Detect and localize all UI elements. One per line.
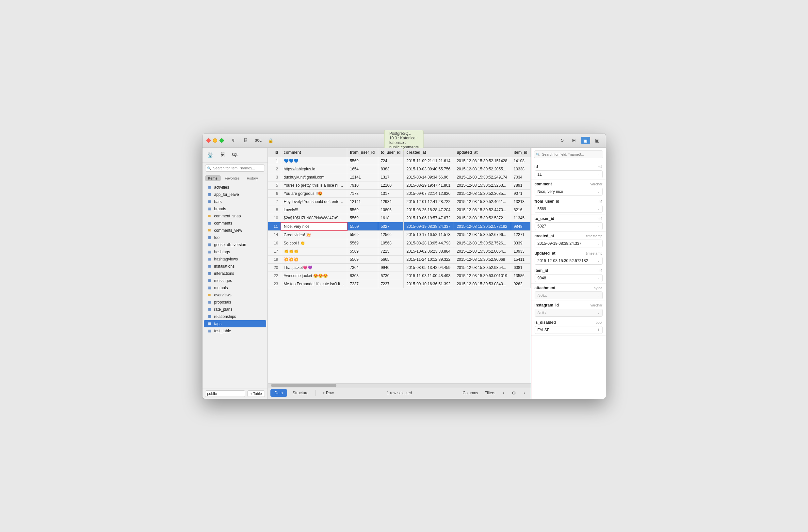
settings-button[interactable]: ⚙ — [510, 389, 518, 397]
sidebar-item-interactions[interactable]: ▦interactions — [204, 270, 266, 277]
cell-updated_at[interactable]: 2015-12-08 15:30:52.7526... — [454, 239, 511, 247]
cell-comment[interactable]: That jacket💗💜 — [281, 263, 347, 271]
sql-file-icon[interactable]: SQL — [231, 150, 240, 159]
sidebar-item-messages[interactable]: ▦messages — [204, 277, 266, 284]
cell-item_id[interactable]: 9848 — [511, 222, 530, 231]
cell-item_id[interactable]: 10933 — [511, 247, 530, 255]
cell-to_user_id[interactable]: 12566 — [378, 231, 404, 239]
cell-updated_at[interactable]: 2015-12-08 15:30:52.572182 — [454, 222, 511, 231]
cell-item_id[interactable]: 9071 — [511, 189, 530, 197]
field-value-wrap-is_disabled[interactable]: FALSE⬍ — [535, 326, 603, 334]
cell-from_user_id[interactable]: 7910 — [347, 181, 378, 189]
schema-select[interactable]: public — [205, 391, 245, 397]
grid-icon[interactable]: ⊞ — [569, 137, 579, 144]
sidebar-item-relationships[interactable]: ▦relationships — [204, 313, 266, 320]
cell-created_at[interactable]: 2015-08-29 19:47:41.801 — [404, 181, 454, 189]
field-value-wrap-item_id[interactable]: 9848⌄ — [535, 274, 603, 282]
cell-to_user_id[interactable]: 10568 — [378, 239, 404, 247]
cell-from_user_id[interactable]: 5569 — [347, 222, 378, 231]
cell-created_at[interactable]: 2015-08-14 09:34:56.96 — [404, 173, 454, 181]
cell-item_id[interactable]: 13586 — [511, 271, 530, 280]
table-row[interactable]: 10$2a$10$HZLN88PNuWWi47uS91lb8dR98ijt0kb… — [268, 214, 530, 222]
field-chevron-item_id[interactable]: ⌄ — [597, 276, 600, 280]
cell-to_user_id[interactable]: 1618 — [378, 214, 404, 222]
cell-id[interactable]: 22 — [268, 271, 281, 280]
cell-to_user_id[interactable]: 12100 — [378, 181, 404, 189]
cell-created_at[interactable]: 2015-11-03 11:00:48.493 — [404, 271, 454, 280]
table-row[interactable]: 5You're so pretty, this is a nice ni gor… — [268, 181, 530, 189]
cell-updated_at[interactable]: 2015-12-08 15:30:52.249174 — [454, 173, 511, 181]
cell-to_user_id[interactable]: 7225 — [378, 247, 404, 255]
cell-updated_at[interactable]: 2015-12-08 15:30:52.4470... — [454, 206, 511, 214]
table-row[interactable]: 2https://tableplus.io165483832015-10-03 … — [268, 165, 530, 173]
cell-comment[interactable]: Me too Fernanda! It's cute isn't it 😊😊 x — [281, 280, 347, 288]
close-button[interactable] — [206, 138, 210, 142]
cell-created_at[interactable]: 2015-08-05 13:42:04.459 — [404, 263, 454, 271]
cell-to_user_id[interactable]: 12934 — [378, 197, 404, 206]
refresh-icon[interactable]: ↻ — [557, 137, 567, 144]
cell-updated_at[interactable]: 2015-12-08 15:30:52.2055... — [454, 165, 511, 173]
cell-updated_at[interactable]: 2015-12-08 15:30:52.8064... — [454, 247, 511, 255]
cell-item_id[interactable]: 9262 — [511, 280, 530, 288]
cell-created_at[interactable]: 2015-10-02 06:23:38.884 — [404, 247, 454, 255]
cell-from_user_id[interactable]: 5569 — [347, 255, 378, 263]
cell-updated_at[interactable]: 2015-12-08 15:30:52.3263... — [454, 181, 511, 189]
cell-id[interactable]: 14 — [268, 231, 281, 239]
sidebar-item-goose_db_version[interactable]: ▦goose_db_version — [204, 241, 266, 248]
sidebar-item-rate_plans[interactable]: ▦rate_plans — [204, 306, 266, 313]
cell-to_user_id[interactable]: 5730 — [378, 271, 404, 280]
cell-id[interactable]: 10 — [268, 214, 281, 222]
cell-updated_at[interactable]: 2015-12-08 15:30:53.001019 — [454, 271, 511, 280]
cell-item_id[interactable]: 13213 — [511, 197, 530, 206]
table-row[interactable]: 14Great video! 💥5569125662015-10-17 16:5… — [268, 231, 530, 239]
cell-comment[interactable]: Great video! 💥 — [281, 231, 347, 239]
cell-comment[interactable]: https://tableplus.io — [281, 165, 347, 173]
minimize-button[interactable] — [213, 138, 217, 142]
cell-id[interactable]: 7 — [268, 197, 281, 206]
sidebar-item-app_for_leave[interactable]: ▦app_for_leave — [204, 191, 266, 198]
field-chevron-attachment[interactable]: ⌄ — [597, 293, 600, 297]
cell-created_at[interactable]: 2015-09-10 16:36:51.392 — [404, 280, 454, 288]
sidebar-item-foo[interactable]: ▦foo — [204, 234, 266, 241]
table-scroll[interactable]: idcommentfrom_user_idto_user_idcreated_a… — [268, 148, 531, 383]
panel-left-icon[interactable]: ▣ — [581, 137, 590, 144]
cell-item_id[interactable]: 8339 — [511, 239, 530, 247]
cell-comment[interactable]: duchuykun@gmail.com — [281, 173, 347, 181]
field-chevron-id[interactable]: ⌄ — [597, 172, 600, 176]
cell-updated_at[interactable]: 2015-12-08 15:30:52.6796... — [454, 231, 511, 239]
cell-id[interactable]: 6 — [268, 189, 281, 197]
cell-to_user_id[interactable]: 5665 — [378, 255, 404, 263]
cell-updated_at[interactable]: 2015-12-08 15:30:52.151428 — [454, 157, 511, 165]
lock-icon[interactable]: 🔒 — [266, 137, 275, 144]
field-value-wrap-from_user_id[interactable]: 5569⌄ — [535, 205, 603, 213]
cell-id[interactable]: 11 — [268, 222, 281, 231]
cell-created_at[interactable]: 2015-10-17 16:52:11.573 — [404, 231, 454, 239]
cell-updated_at[interactable]: 2015-12-08 15:30:52.90068 — [454, 255, 511, 263]
cell-from_user_id[interactable]: 8303 — [347, 271, 378, 280]
cell-comment[interactable]: You're so pretty, this is a nice ni gorg… — [281, 181, 347, 189]
cell-id[interactable]: 16 — [268, 239, 281, 247]
cell-comment[interactable]: 💥💥💥 — [281, 255, 347, 263]
cell-from_user_id[interactable]: 5569 — [347, 247, 378, 255]
sidebar-item-tags[interactable]: ▦tags — [204, 320, 266, 327]
sidebar-item-proposals[interactable]: ▦proposals — [204, 299, 266, 306]
cell-from_user_id[interactable]: 5569 — [347, 239, 378, 247]
sidebar-item-mutuals[interactable]: ▦mutuals — [204, 284, 266, 291]
sidebar-item-comments[interactable]: ▦comments — [204, 220, 266, 227]
table-row[interactable]: 6You are gorgeous !!😍717813172015-09-07 … — [268, 189, 530, 197]
columns-button[interactable]: Columns — [460, 390, 480, 396]
tab-favorites[interactable]: Favorites — [221, 175, 243, 181]
cell-created_at[interactable]: 2015-11-09 21:11:21.614 — [404, 157, 454, 165]
tab-items[interactable]: Items — [205, 175, 221, 181]
horizontal-scrollbar[interactable] — [268, 383, 531, 387]
cell-item_id[interactable]: 12271 — [511, 231, 530, 239]
table-row[interactable]: 3duchuykun@gmail.com1214113172015-08-14 … — [268, 173, 530, 181]
sidebar-item-comment_snap[interactable]: ⊞comment_snap — [204, 212, 266, 220]
cell-from_user_id[interactable]: 12141 — [347, 197, 378, 206]
sidebar-item-hashtags[interactable]: ▦hashtags — [204, 248, 266, 255]
add-row-button[interactable]: + Row — [318, 389, 338, 397]
cell-from_user_id[interactable]: 5569 — [347, 231, 378, 239]
cell-comment[interactable]: So cool ! 👏 — [281, 239, 347, 247]
field-value-wrap-created_at[interactable]: 2015-09-19 08:38:24.337⌄ — [535, 240, 603, 247]
cell-from_user_id[interactable]: 1654 — [347, 165, 378, 173]
